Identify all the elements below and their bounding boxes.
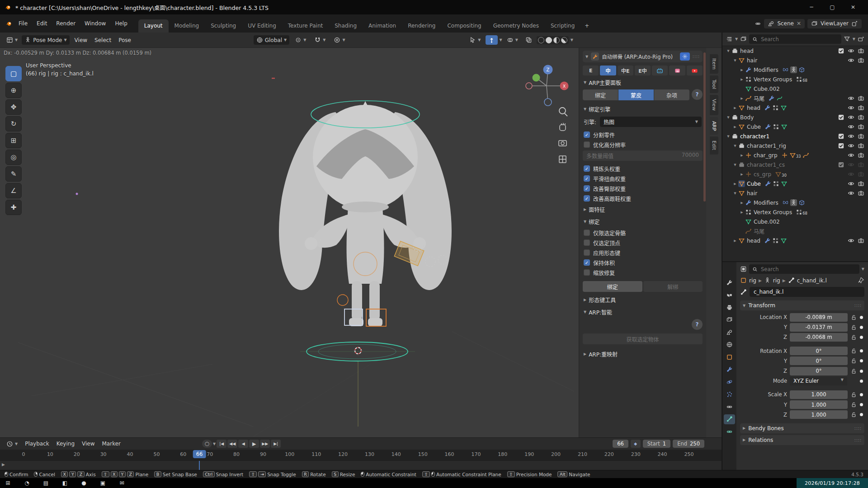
outliner-row[interactable]: ▼character1_rig — [722, 141, 868, 150]
bind-checkbox[interactable]: ✓ — [584, 259, 590, 266]
collection-checkbox-icon[interactable] — [838, 133, 844, 140]
object-properties-tab[interactable] — [724, 352, 735, 362]
arp-tab-蒙皮[interactable]: 蒙皮 — [618, 89, 654, 100]
viewport-menu-view[interactable]: View — [71, 35, 91, 45]
render-properties-tab[interactable] — [724, 290, 735, 300]
expand-icon[interactable]: ▶ — [732, 182, 738, 186]
physics-properties-tab[interactable] — [724, 377, 735, 387]
character-mesh[interactable] — [279, 101, 452, 326]
bind-checkbox[interactable] — [584, 269, 590, 276]
animate-dot[interactable] — [860, 370, 863, 373]
breakdowner-tool-button[interactable]: ✚ — [5, 200, 22, 215]
expand-icon[interactable]: ▼ — [732, 59, 738, 62]
engine-checkbox[interactable] — [584, 141, 590, 148]
expand-icon[interactable]: ▼ — [732, 163, 738, 167]
arp-main-panel-header[interactable]: ▼ARP主要面板 — [583, 76, 703, 89]
timeline-menu-view[interactable]: View — [78, 439, 98, 449]
playhead-line[interactable] — [199, 461, 200, 471]
current-frame-field[interactable]: 66 — [613, 440, 628, 448]
lock-open-icon[interactable] — [850, 324, 857, 331]
disable-render-toggle-icon[interactable] — [858, 171, 864, 178]
workspace-tab-shading[interactable]: Shading — [329, 19, 363, 33]
animate-dot[interactable] — [860, 393, 863, 396]
outliner-search-input[interactable] — [760, 36, 838, 43]
outliner-row[interactable]: 马尾 — [722, 226, 868, 236]
animate-dot[interactable] — [860, 380, 863, 383]
bind-checkbox[interactable] — [584, 230, 590, 236]
properties-options-chevron[interactable]: ▼ — [862, 267, 864, 271]
bind-option-row[interactable]: 应用形态键 — [583, 248, 703, 258]
workspace-tab-rendering[interactable]: Rendering — [402, 19, 441, 33]
outliner-row[interactable]: ▶Cube — [722, 122, 868, 131]
gizmo-toggle[interactable] — [486, 35, 498, 45]
weight-checkbox[interactable]: ✓ — [584, 195, 590, 202]
taskbar-icon-3[interactable]: ◧ — [61, 480, 68, 487]
rotate-tool-button[interactable]: ↻ — [5, 116, 22, 131]
hide-viewport-toggle-icon[interactable] — [848, 171, 854, 178]
animate-dot[interactable] — [860, 413, 863, 416]
scale-value-field[interactable]: 1.000 — [790, 400, 848, 409]
social-pink-button[interactable] — [669, 66, 685, 75]
modifiers-properties-tab[interactable] — [724, 365, 735, 375]
properties-search-input[interactable] — [760, 266, 856, 273]
hide-viewport-toggle-icon[interactable] — [848, 123, 854, 130]
expand-icon[interactable]: ▼ — [725, 135, 731, 138]
snap-toggle[interactable]: ▼ — [311, 35, 328, 45]
outliner-row[interactable]: Cube.002 — [722, 84, 868, 94]
select-box-tool-button[interactable]: ▢ — [5, 66, 22, 81]
scene-properties-tab[interactable] — [724, 327, 735, 337]
hide-viewport-toggle-icon[interactable] — [848, 114, 854, 121]
rendered-shading-button[interactable] — [561, 37, 567, 43]
menu-file[interactable]: File — [14, 19, 32, 28]
breadcrumb-bone[interactable]: c_hand_ik.l — [797, 277, 827, 284]
jump-end-button[interactable]: ▶| — [271, 440, 281, 448]
new-collection-icon[interactable] — [858, 36, 864, 42]
outliner-row[interactable]: ▼character1 — [722, 131, 868, 141]
arp-translate-b-button[interactable]: E中 — [635, 66, 651, 75]
arp-lang-cn-button[interactable]: 中 — [600, 66, 616, 75]
outliner-row[interactable]: ▶cs_grp30 — [722, 169, 868, 179]
taskbar-icon-5[interactable]: ▣ — [99, 480, 106, 487]
disable-render-toggle-icon[interactable] — [858, 114, 864, 121]
close-button[interactable]: ✕ — [843, 0, 863, 14]
bone-properties-tab[interactable] — [724, 414, 735, 424]
outliner-row[interactable]: ▶char_grp33 — [722, 150, 868, 160]
arp-settings-button[interactable] — [680, 52, 690, 61]
workspace-tab-layout[interactable]: Layout — [138, 19, 169, 33]
navigation-gizmo[interactable]: Z X — [526, 65, 569, 106]
particles-properties-tab[interactable] — [724, 389, 735, 399]
frame-end-field[interactable]: End250 — [673, 440, 704, 448]
outliner-row[interactable]: ▶Vertex Groups68 — [722, 75, 868, 84]
hide-viewport-toggle-icon[interactable] — [848, 190, 854, 197]
maximize-button[interactable]: ▢ — [822, 0, 843, 14]
mode-selector[interactable]: Pose Mode ▼ — [22, 35, 69, 45]
play-reverse-button[interactable]: ◀ — [238, 440, 248, 448]
expand-icon[interactable]: ▶ — [739, 97, 745, 100]
engine-section-header[interactable]: ▼绑定引擎 — [583, 103, 703, 115]
bind-option-row[interactable]: 仅限选定骨骼 — [583, 228, 703, 238]
outliner-row[interactable]: ▶马尾 — [722, 94, 868, 103]
animate-dot[interactable] — [860, 359, 863, 362]
collection-checkbox-icon[interactable] — [838, 47, 844, 54]
menu-help[interactable]: Help — [110, 19, 132, 28]
outliner-row[interactable]: ▶Modifiers — [722, 65, 868, 75]
sidebar-tab-view[interactable]: View — [710, 95, 718, 115]
hide-viewport-toggle-icon[interactable] — [848, 152, 854, 159]
world-properties-tab[interactable] — [724, 340, 735, 350]
annotate-tool-button[interactable]: ✎ — [5, 166, 22, 182]
frame-start-field[interactable]: Start1 — [643, 440, 670, 448]
move-tool-button[interactable]: ✥ — [5, 99, 22, 115]
expand-icon[interactable]: ▶ — [739, 68, 745, 72]
arp-help-button[interactable]: ? — [692, 89, 703, 100]
cursor-tool-button[interactable]: ⊕ — [5, 83, 22, 98]
sidebar-tab-arp[interactable]: ARP — [710, 117, 718, 135]
lock-open-icon[interactable] — [850, 401, 857, 408]
proportional-edit-toggle[interactable]: ▼ — [331, 35, 348, 45]
panel-bendy-bones[interactable]: ▶Bendy Bones:::: — [740, 423, 864, 433]
collection-checkbox-icon[interactable] — [838, 142, 844, 149]
get-selected-button[interactable]: 获取选定物体 — [583, 333, 703, 344]
hide-viewport-toggle-icon[interactable] — [848, 161, 854, 168]
menu-window[interactable]: Window — [80, 19, 110, 28]
taskbar-icon-4[interactable]: ● — [80, 480, 87, 487]
face-section-header[interactable]: ▶面特征 — [583, 203, 703, 216]
